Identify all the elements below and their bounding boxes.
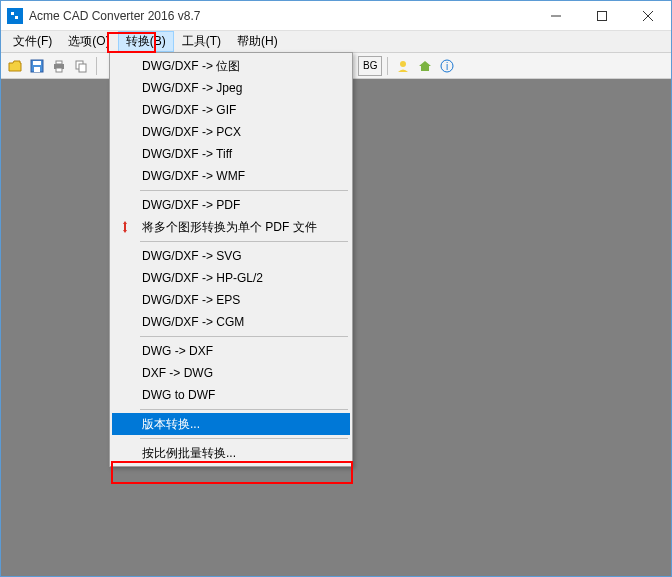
dropdown-item-label: DWG/DXF -> Jpeg [142, 81, 242, 95]
copy-icon[interactable] [71, 56, 91, 76]
dd-dwg-gif[interactable]: DWG/DXF -> GIF [112, 99, 350, 121]
dropdown-item-label: DWG to DWF [142, 388, 215, 402]
print-icon[interactable] [49, 56, 69, 76]
dd-dwg-hpgl[interactable]: DWG/DXF -> HP-GL/2 [112, 267, 350, 289]
svg-rect-8 [33, 61, 41, 65]
minimize-button[interactable] [533, 1, 579, 31]
dd-merge-pdf[interactable]: 将多个图形转换为单个 PDF 文件 [112, 216, 350, 238]
pdf-merge-icon [116, 218, 134, 236]
dd-dwg-cgm[interactable]: DWG/DXF -> CGM [112, 311, 350, 333]
svg-rect-4 [598, 11, 607, 20]
bg-button[interactable]: BG [358, 56, 382, 76]
dd-dwg-jpeg[interactable]: DWG/DXF -> Jpeg [112, 77, 350, 99]
maximize-button[interactable] [579, 1, 625, 31]
dropdown-item-label: DWG/DXF -> CGM [142, 315, 244, 329]
dd-dwg-bitmap[interactable]: DWG/DXF -> 位图 [112, 55, 350, 77]
menu-file[interactable]: 文件(F) [5, 31, 60, 52]
svg-rect-12 [56, 68, 62, 72]
dd-dwg-eps[interactable]: DWG/DXF -> EPS [112, 289, 350, 311]
dropdown-item-label: 按比例批量转换... [142, 445, 236, 462]
window-title: Acme CAD Converter 2016 v8.7 [29, 9, 533, 23]
dropdown-item-label: DWG/DXF -> 位图 [142, 58, 240, 75]
dropdown-item-label: DWG -> DXF [142, 344, 213, 358]
dd-dwg-tiff[interactable]: DWG/DXF -> Tiff [112, 143, 350, 165]
close-button[interactable] [625, 1, 671, 31]
home-icon[interactable] [415, 56, 435, 76]
menu-help[interactable]: 帮助(H) [229, 31, 286, 52]
app-icon [7, 8, 23, 24]
dd-dwg-dxf[interactable]: DWG -> DXF [112, 340, 350, 362]
dropdown-item-label: DWG/DXF -> Tiff [142, 147, 232, 161]
dropdown-separator [140, 336, 348, 337]
svg-rect-9 [34, 67, 40, 72]
menu-tools[interactable]: 工具(T) [174, 31, 229, 52]
dd-dxf-dwg[interactable]: DXF -> DWG [112, 362, 350, 384]
toolbar-separator [96, 57, 97, 75]
dropdown-separator [140, 409, 348, 410]
svg-rect-2 [15, 16, 18, 19]
dd-dwg-wmf[interactable]: DWG/DXF -> WMF [112, 165, 350, 187]
window-controls [533, 1, 671, 31]
dropdown-separator [140, 438, 348, 439]
user-icon[interactable] [393, 56, 413, 76]
dropdown-item-label: 将多个图形转换为单个 PDF 文件 [142, 219, 317, 236]
dd-batch-convert[interactable]: 按比例批量转换... [112, 442, 350, 464]
menu-convert[interactable]: 转换(B) [118, 31, 174, 52]
dropdown-separator [140, 190, 348, 191]
dropdown-item-label: DXF -> DWG [142, 366, 213, 380]
menubar: 文件(F) 选项(O) 转换(B) 工具(T) 帮助(H) [1, 31, 671, 53]
dropdown-item-label: DWG/DXF -> WMF [142, 169, 245, 183]
toolbar-separator [387, 57, 388, 75]
save-icon[interactable] [27, 56, 47, 76]
svg-text:i: i [446, 61, 448, 72]
convert-dropdown: DWG/DXF -> 位图 DWG/DXF -> Jpeg DWG/DXF ->… [109, 52, 353, 467]
svg-rect-11 [56, 61, 62, 64]
dropdown-item-label: DWG/DXF -> EPS [142, 293, 240, 307]
dropdown-separator [140, 241, 348, 242]
svg-point-26 [400, 61, 406, 67]
svg-rect-1 [11, 12, 14, 15]
dd-dwg-pcx[interactable]: DWG/DXF -> PCX [112, 121, 350, 143]
svg-rect-14 [79, 64, 86, 72]
dropdown-item-label: DWG/DXF -> PCX [142, 125, 241, 139]
dropdown-item-label: DWG/DXF -> SVG [142, 249, 242, 263]
menu-options[interactable]: 选项(O) [60, 31, 117, 52]
open-icon[interactable] [5, 56, 25, 76]
info-icon[interactable]: i [437, 56, 457, 76]
dropdown-item-label: DWG/DXF -> HP-GL/2 [142, 271, 263, 285]
dropdown-item-label: DWG/DXF -> GIF [142, 103, 236, 117]
dropdown-item-label: 版本转换... [142, 416, 200, 433]
dd-dwg-pdf[interactable]: DWG/DXF -> PDF [112, 194, 350, 216]
titlebar: Acme CAD Converter 2016 v8.7 [1, 1, 671, 31]
dropdown-item-label: DWG/DXF -> PDF [142, 198, 240, 212]
dd-dwg-svg[interactable]: DWG/DXF -> SVG [112, 245, 350, 267]
dd-dwg-dwf[interactable]: DWG to DWF [112, 384, 350, 406]
dd-version-convert[interactable]: 版本转换... [112, 413, 350, 435]
